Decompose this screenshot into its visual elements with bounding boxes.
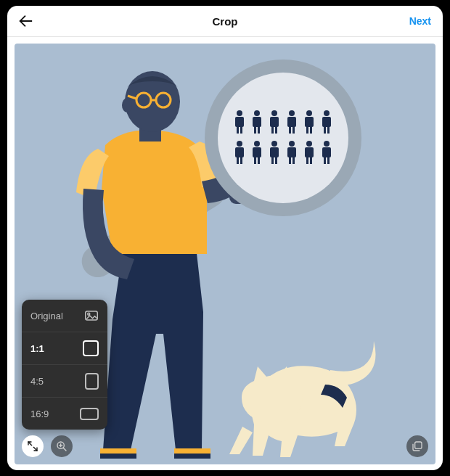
svg-rect-39	[327, 127, 330, 134]
aspect-option-16-9[interactable]: 16:9	[22, 398, 107, 430]
next-button[interactable]: Next	[409, 6, 431, 36]
zoom-button[interactable]	[51, 435, 73, 457]
aspect-option-label: Original	[30, 311, 63, 321]
svg-rect-54	[289, 157, 291, 164]
aspect-option-original[interactable]: Original	[22, 300, 107, 332]
aspect-option-label: 16:9	[30, 409, 49, 419]
page-title: Crop	[213, 15, 238, 28]
svg-line-69	[63, 448, 66, 451]
expand-icon	[27, 440, 38, 452]
svg-point-15	[218, 73, 348, 203]
svg-rect-47	[258, 157, 260, 164]
svg-point-28	[289, 110, 295, 116]
svg-point-40	[237, 141, 242, 147]
svg-rect-29	[287, 117, 296, 127]
aspect-option-4-5[interactable]: 4:5	[22, 365, 107, 398]
photo-icon	[84, 310, 99, 321]
aspect-ratio-popover: Original 1:1 4:5	[22, 300, 107, 430]
multi-select-icon	[412, 440, 423, 452]
svg-rect-19	[240, 127, 242, 134]
aspect-option-label: 1:1	[30, 343, 44, 354]
back-button[interactable]	[17, 6, 33, 36]
svg-rect-51	[275, 157, 277, 164]
svg-rect-46	[254, 157, 256, 164]
svg-rect-31	[292, 127, 295, 134]
svg-point-16	[237, 110, 242, 116]
svg-rect-33	[305, 117, 314, 127]
svg-point-56	[306, 141, 312, 147]
svg-rect-25	[270, 117, 279, 127]
back-arrow-icon	[17, 13, 33, 29]
svg-rect-26	[271, 127, 274, 134]
svg-line-66	[28, 442, 32, 446]
svg-rect-41	[235, 147, 244, 157]
svg-rect-30	[289, 127, 291, 134]
svg-point-44	[254, 141, 260, 147]
svg-rect-49	[270, 147, 279, 157]
wide-rect-icon	[80, 408, 99, 420]
svg-rect-61	[322, 147, 331, 157]
zoom-icon	[56, 440, 68, 452]
crop-canvas[interactable]: Original 1:1 4:5	[15, 44, 435, 464]
square-icon	[83, 340, 99, 356]
svg-rect-45	[253, 147, 261, 157]
svg-rect-35	[310, 127, 312, 134]
svg-rect-37	[322, 117, 331, 127]
svg-point-48	[271, 141, 277, 147]
svg-rect-55	[292, 157, 295, 164]
svg-rect-62	[324, 157, 326, 164]
svg-rect-58	[306, 157, 308, 164]
expand-button[interactable]	[22, 435, 44, 457]
svg-point-24	[271, 110, 277, 116]
svg-rect-50	[271, 157, 274, 164]
svg-rect-22	[254, 127, 256, 134]
svg-point-60	[324, 141, 330, 147]
svg-rect-59	[310, 157, 312, 164]
portrait-rect-icon	[85, 373, 99, 390]
svg-rect-27	[275, 127, 277, 134]
bottom-left-controls	[22, 435, 73, 457]
svg-rect-53	[287, 147, 296, 157]
svg-rect-63	[327, 157, 330, 164]
svg-point-52	[289, 141, 295, 147]
svg-line-67	[33, 447, 37, 451]
svg-rect-21	[253, 117, 261, 127]
bottom-right-controls	[406, 435, 428, 457]
svg-rect-17	[235, 117, 244, 127]
svg-rect-42	[237, 157, 239, 164]
svg-point-65	[88, 313, 90, 315]
svg-rect-72	[415, 442, 422, 448]
crop-card: Crop Next	[7, 6, 443, 470]
svg-point-32	[306, 110, 312, 116]
svg-rect-38	[324, 127, 326, 134]
svg-point-20	[254, 110, 260, 116]
top-bar: Crop Next	[7, 6, 443, 37]
aspect-option-1-1[interactable]: 1:1	[22, 332, 107, 365]
multi-select-button[interactable]	[406, 435, 428, 457]
svg-rect-43	[240, 157, 242, 164]
svg-rect-57	[305, 147, 314, 157]
svg-rect-23	[258, 127, 260, 134]
aspect-option-label: 4:5	[30, 376, 44, 387]
svg-rect-18	[237, 127, 239, 134]
svg-point-36	[324, 110, 330, 116]
svg-rect-34	[306, 127, 308, 134]
cat-icon	[229, 341, 376, 457]
magnifier-lens-icon	[205, 60, 361, 216]
svg-point-9	[122, 98, 132, 112]
